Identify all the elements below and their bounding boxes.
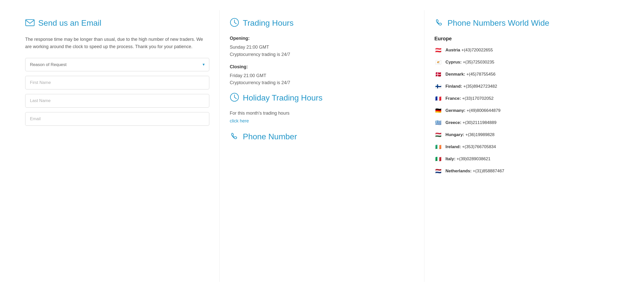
svg-rect-0 <box>26 20 34 26</box>
closing-value: Friday 21:00 GMTCryptocurrency trading i… <box>230 72 414 87</box>
phone-number-value: +(39)0289038621 <box>457 156 491 161</box>
phone-number-value: +(31)858887467 <box>473 169 504 173</box>
holiday-section: Holiday Trading Hours For this month's t… <box>230 92 414 124</box>
email-section: Send us an Email The response time may b… <box>15 10 220 282</box>
closing-section: Closing: Friday 21:00 GMTCryptocurrency … <box>230 64 414 87</box>
first-name-input[interactable] <box>25 76 209 89</box>
phone-numbers-header: Phone Numbers World Wide <box>434 18 619 28</box>
phone-list-item: 🇫🇮 Finland: +(35)8942723482 <box>434 82 619 90</box>
region-europe: Europe <box>434 36 619 42</box>
email-icon <box>25 18 35 28</box>
flag-icon-france: 🇫🇷 <box>434 94 442 103</box>
opening-value: Sunday 21:00 GMTCryptocurrency trading i… <box>230 44 414 58</box>
phone-number-value: +(49)8006644879 <box>467 108 501 113</box>
phone-list-item: 🇭🇺 Hungary: +(36)19989828 <box>434 131 619 139</box>
phone-number-title: Phone Number <box>243 132 297 141</box>
flag-icon-austria: 🇦🇹 <box>434 46 442 54</box>
phone-list: 🇦🇹 Austria +(43)720022655 🇨🇾 Cyprus: +(3… <box>434 46 619 175</box>
flag-icon-italy: 🇮🇹 <box>434 155 442 163</box>
phone-number-value: +(353)766705834 <box>462 144 496 149</box>
reason-select[interactable]: Reason of Request <box>25 58 209 71</box>
holiday-description: For this month's trading hours <box>230 111 414 116</box>
phone-country-name: Finland: +(35)8942723482 <box>446 84 497 89</box>
flag-icon-netherlands: 🇳🇱 <box>434 167 442 175</box>
last-name-input[interactable] <box>25 94 209 108</box>
email-description: The response time may be longer than usu… <box>25 36 209 50</box>
phone-number-value: +(45)78755456 <box>466 72 496 77</box>
phone-country-name: Greece: +(30)2111984889 <box>446 120 497 125</box>
phone-worldwide-icon <box>434 18 444 28</box>
phone-number-value: +(43)720022655 <box>461 48 493 52</box>
phone-number-value: +(35)725030235 <box>463 60 494 64</box>
svg-line-6 <box>234 97 236 99</box>
phone-number-value: +(33)170702052 <box>462 96 494 101</box>
flag-icon-germany: 🇩🇪 <box>434 107 442 115</box>
holiday-icon <box>230 92 239 103</box>
phone-country-name: Austria +(43)720022655 <box>446 48 493 53</box>
last-name-group <box>25 94 209 108</box>
phone-country-name: Cyprus: +(35)725030235 <box>446 60 494 65</box>
phone-number-header: Phone Number <box>230 131 414 142</box>
first-name-group <box>25 76 209 89</box>
holiday-header: Holiday Trading Hours <box>230 92 414 103</box>
phone-country-name: Denmark: +(45)78755456 <box>446 72 496 77</box>
email-header: Send us an Email <box>25 18 209 28</box>
phone-number-value: +(30)2111984889 <box>463 120 497 125</box>
phone-number-icon <box>230 131 239 142</box>
flag-icon-ireland: 🇮🇪 <box>434 143 442 151</box>
phone-list-item: 🇫🇷 France: +(33)170702052 <box>434 94 619 103</box>
phone-country-name: Ireland: +(353)766705834 <box>446 144 496 149</box>
flag-icon-cyprus: 🇨🇾 <box>434 58 442 66</box>
phone-list-item: 🇨🇾 Cyprus: +(35)725030235 <box>434 58 619 66</box>
click-here-link[interactable]: click here <box>230 118 249 123</box>
svg-line-3 <box>234 22 236 24</box>
reason-select-wrapper: Reason of Request ▼ <box>25 58 209 71</box>
reason-select-group: Reason of Request ▼ <box>25 58 209 71</box>
phone-number-value: +(36)19989828 <box>465 132 495 137</box>
phone-list-item: 🇳🇱 Netherlands: +(31)858887467 <box>434 167 619 175</box>
email-field-group <box>25 112 209 126</box>
opening-label: Opening: <box>230 36 414 41</box>
holiday-title: Holiday Trading Hours <box>243 93 323 103</box>
trading-hours-title: Trading Hours <box>243 18 294 28</box>
phone-number-value: +(35)8942723482 <box>463 84 497 89</box>
flag-icon-hungary: 🇭🇺 <box>434 131 442 139</box>
trading-hours-icon <box>230 18 239 28</box>
email-title: Send us an Email <box>38 18 101 28</box>
phone-numbers-title: Phone Numbers World Wide <box>448 18 549 28</box>
phone-country-name: Netherlands: +(31)858887467 <box>446 169 504 174</box>
opening-section: Opening: Sunday 21:00 GMTCryptocurrency … <box>230 36 414 58</box>
trading-hours-section: Trading Hours Opening: Sunday 21:00 GMTC… <box>220 10 424 282</box>
phone-list-item: 🇮🇪 Ireland: +(353)766705834 <box>434 143 619 151</box>
trading-hours-header: Trading Hours <box>230 18 414 28</box>
flag-icon-denmark: 🇩🇰 <box>434 70 442 78</box>
flag-icon-finland: 🇫🇮 <box>434 82 442 90</box>
phone-list-item: 🇩🇰 Denmark: +(45)78755456 <box>434 70 619 78</box>
phone-list-item: 🇦🇹 Austria +(43)720022655 <box>434 46 619 54</box>
phone-list-item: 🇮🇹 Italy: +(39)0289038621 <box>434 155 619 163</box>
flag-icon-greece: 🇬🇷 <box>434 119 442 127</box>
phone-numbers-section: Phone Numbers World Wide Europe 🇦🇹 Austr… <box>424 10 629 282</box>
phone-list-item: 🇬🇷 Greece: +(30)2111984889 <box>434 119 619 127</box>
closing-label: Closing: <box>230 64 414 70</box>
phone-country-name: France: +(33)170702052 <box>446 96 494 101</box>
phone-list-item: 🇩🇪 Germany: +(49)8006644879 <box>434 107 619 115</box>
phone-country-name: Italy: +(39)0289038621 <box>446 156 491 161</box>
email-input[interactable] <box>25 112 209 126</box>
phone-number-teaser: Phone Number <box>230 131 414 142</box>
phone-country-name: Germany: +(49)8006644879 <box>446 108 501 113</box>
phone-country-name: Hungary: +(36)19989828 <box>446 132 495 137</box>
